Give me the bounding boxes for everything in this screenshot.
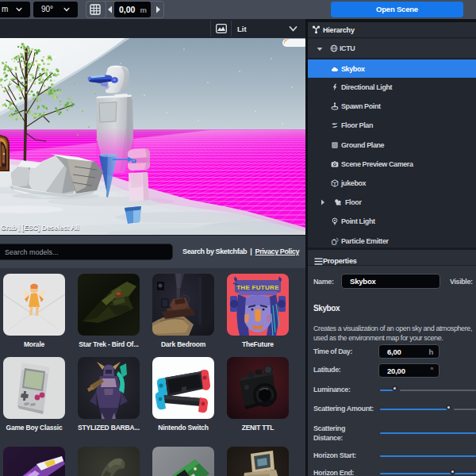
svg-text:] Grab | [ESC] Deselect All: ] Grab | [ESC] Deselect All [0,224,79,232]
svg-text:THE FUTURE: THE FUTURE [236,284,279,291]
